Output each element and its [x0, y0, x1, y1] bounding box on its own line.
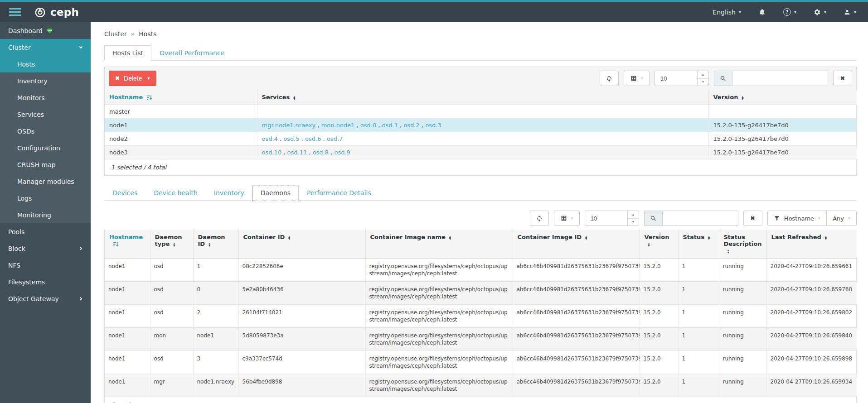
host-row[interactable]: node2osd.4 , osd.5 , osd.6 , osd.715.2.0… — [105, 132, 857, 146]
notifications-button[interactable] — [758, 8, 766, 16]
host-row[interactable]: node1mgr.node1.nraexy , mon.node1 , osd.… — [105, 119, 857, 132]
sidebar-item-monitoring[interactable]: Monitoring — [0, 206, 91, 223]
service-link[interactable]: osd.8 — [313, 149, 329, 156]
sidebar-item-hosts[interactable]: Hosts — [0, 56, 91, 72]
status-description-cell: running — [719, 328, 766, 351]
column-header-services[interactable]: Services▴▾ — [257, 90, 708, 105]
hamburger-menu-icon[interactable] — [9, 8, 21, 16]
sidebar-item-filesystems[interactable]: Filesystems — [0, 273, 91, 290]
sidebar-nav: DashboardCluster›HostsInventoryMonitorsS… — [0, 22, 91, 307]
spinner-down-icon[interactable]: ▾ — [698, 79, 708, 86]
service-link[interactable]: osd.0 — [360, 122, 376, 129]
column-header-status-description[interactable]: Status Description▴▾ — [719, 230, 766, 259]
service-link[interactable]: osd.2 — [403, 122, 419, 129]
column-header-hostname[interactable]: Hostname — [105, 230, 150, 259]
sidebar-item-services[interactable]: Services — [0, 106, 91, 123]
host-row[interactable]: master — [105, 105, 857, 119]
help-dropdown[interactable]: ? ▾ — [783, 8, 796, 16]
daemon-row[interactable]: node1osd226104f714021registry.opensuse.o… — [105, 305, 857, 328]
chevron-down-icon: ▾ — [794, 10, 796, 14]
service-link[interactable]: osd.6 — [305, 135, 321, 142]
sidebar-item-content: Block — [8, 245, 25, 252]
daemon-row[interactable]: node1osd108c22852606eregistry.opensuse.o… — [105, 259, 857, 282]
service-link[interactable]: osd.9 — [334, 149, 350, 156]
tab-daemons[interactable]: Daemons — [252, 185, 299, 201]
brand-logo[interactable]: ceph — [34, 6, 79, 18]
service-link[interactable]: osd.3 — [425, 122, 441, 129]
column-header-last-refreshed[interactable]: Last Refreshed▴▾ — [766, 230, 857, 259]
daemon-row[interactable]: node1osd05e2a80b46436registry.opensuse.o… — [105, 282, 857, 305]
filter-value-dropdown[interactable]: Any ▾ — [826, 211, 856, 225]
column-header-container-image-id[interactable]: Container Image ID▴▾ — [513, 230, 640, 259]
hosts-table: HostnameServices▴▾Version▴▾ masternode1m… — [105, 90, 857, 159]
sidebar-item-osds[interactable]: OSDs — [0, 123, 91, 139]
column-header-version[interactable]: Version▴▾ — [708, 90, 857, 105]
spinner-up-icon[interactable]: ▴ — [698, 71, 708, 79]
hostname-cell: node3 — [105, 146, 257, 159]
page-size-input[interactable] — [655, 71, 690, 86]
sidebar-item-logs[interactable]: Logs — [0, 190, 91, 206]
daemon-row[interactable]: node1mgrnode1.nraexy56b4fbe9d898registry… — [105, 374, 857, 397]
filter-column-dropdown[interactable]: Hostname ▾ — [768, 211, 827, 225]
service-link[interactable]: mon.node1 — [321, 122, 355, 129]
column-header-label: Version — [713, 94, 738, 101]
column-toggle-dropdown[interactable]: ▾ — [554, 211, 580, 226]
column-header-container-id[interactable]: Container ID▴▾ — [238, 230, 365, 259]
sidebar-item-pools[interactable]: Pools — [0, 223, 91, 240]
status-cell: 1 — [678, 328, 719, 351]
service-link[interactable]: osd.10 — [262, 149, 282, 156]
tab-devices[interactable]: Devices — [104, 185, 145, 201]
service-link[interactable]: osd.1 — [382, 122, 398, 129]
tab-inventory[interactable]: Inventory — [206, 185, 252, 201]
column-header-version[interactable]: Version▴▾ — [640, 230, 678, 259]
sidebar-item-object-gateway[interactable]: Object Gateway› — [0, 290, 91, 307]
sidebar-item-monitors[interactable]: Monitors — [0, 89, 91, 106]
service-link[interactable]: osd.4 — [262, 135, 278, 142]
sidebar-item-content: Manager modules — [17, 178, 74, 185]
language-dropdown[interactable]: English ▾ — [713, 9, 741, 16]
sidebar-item-dashboard[interactable]: Dashboard — [0, 22, 91, 39]
sidebar-item-crush-map[interactable]: CRUSH map — [0, 156, 91, 173]
tab-overall-performance[interactable]: Overall Performance — [151, 45, 233, 61]
delete-button[interactable]: ✖ Delete ▾ — [109, 71, 156, 86]
column-toggle-dropdown[interactable]: ▾ — [624, 71, 650, 86]
service-link[interactable]: osd.5 — [283, 135, 299, 142]
column-header-status[interactable]: Status▴▾ — [678, 230, 719, 259]
sidebar-item-nfs[interactable]: NFS — [0, 257, 91, 273]
sidebar-item-manager-modules[interactable]: Manager modules — [0, 173, 91, 190]
refresh-button[interactable] — [600, 71, 619, 86]
column-header-hostname[interactable]: Hostname — [105, 90, 257, 105]
sidebar-item-inventory[interactable]: Inventory — [0, 72, 91, 89]
service-link[interactable]: mgr.node1.nraexy — [262, 122, 316, 129]
tab-device-health[interactable]: Device health — [145, 185, 206, 201]
daemon-row[interactable]: node1osd3c9a337cc574dregistry.opensuse.o… — [105, 351, 857, 374]
refresh-button[interactable] — [530, 211, 549, 226]
settings-dropdown[interactable]: ▾ — [814, 9, 826, 16]
user-dropdown[interactable]: ▾ — [844, 9, 856, 16]
sidebar-item-label: CRUSH map — [17, 161, 56, 168]
sidebar-item-cluster[interactable]: Cluster› — [0, 39, 91, 56]
column-header-daemon-id[interactable]: Daemon ID▴▾ — [193, 230, 238, 259]
search-input[interactable] — [732, 71, 828, 86]
host-row[interactable]: node3osd.10 , osd.11 , osd.8 , osd.915.2… — [105, 146, 857, 159]
clear-search-button[interactable]: ✖ — [743, 211, 762, 226]
tab-hosts-list[interactable]: Hosts List — [104, 45, 151, 61]
column-header-container-image-name[interactable]: Container Image name▴▾ — [365, 230, 513, 259]
service-link[interactable]: osd.11 — [287, 149, 307, 156]
clear-search-button[interactable]: ✖ — [833, 71, 852, 86]
page-size-spinner: ▴ ▾ — [627, 211, 639, 225]
sidebar-item-configuration[interactable]: Configuration — [0, 139, 91, 156]
search-input[interactable] — [662, 211, 738, 226]
page-size-input[interactable] — [585, 211, 621, 225]
column-header-daemon-type[interactable]: Daemon type▴▾ — [150, 230, 193, 259]
sidebar-item-block[interactable]: Block› — [0, 240, 91, 257]
column-header-label: Daemon type — [155, 234, 182, 247]
separator: , — [398, 122, 403, 129]
spinner-up-icon[interactable]: ▴ — [628, 211, 639, 219]
daemon-row[interactable]: node1monnode15d8059873e3aregistry.opensu… — [105, 328, 857, 351]
tab-performance-details[interactable]: Performance Details — [299, 185, 379, 201]
service-link[interactable]: osd.7 — [327, 135, 343, 142]
spinner-down-icon[interactable]: ▾ — [628, 219, 639, 226]
breadcrumb-parent[interactable]: Cluster — [104, 30, 127, 38]
column-header-label: Hostname — [109, 94, 143, 101]
